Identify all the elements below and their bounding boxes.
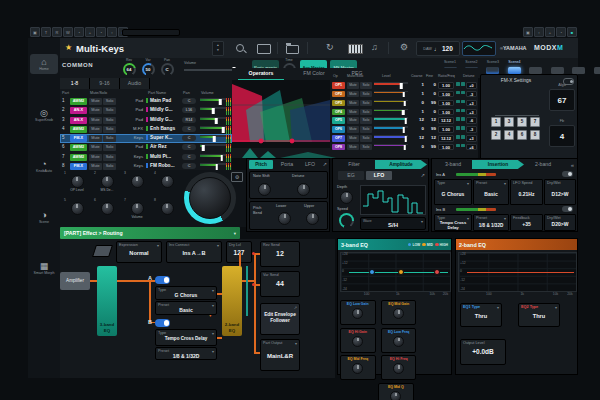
scene-button-cell[interactable] <box>528 58 544 74</box>
operator-coarse[interactable]: 1 <box>411 82 424 87</box>
amplitude-jump-icon[interactable]: ↗ <box>421 172 425 178</box>
music-notes-icon[interactable]: ♫ <box>371 43 378 52</box>
operator-level-slider[interactable] <box>374 109 408 111</box>
operator-row[interactable]: OP8 Mute Solo 0 99 1.00 +6 <box>232 143 478 152</box>
operator-ratio[interactable]: 12.12 <box>438 117 454 124</box>
operator-row[interactable]: OP2 Mute Solo 1 0 1.00 -3 <box>232 90 478 99</box>
host-toolbar-icon[interactable]: ■ <box>567 27 577 37</box>
edit-envelope-follower-button[interactable]: ↗ Edit Envelope Follower <box>260 303 300 335</box>
operator-fine[interactable]: 99 <box>425 100 436 105</box>
scene-button-cell[interactable] <box>571 58 587 74</box>
host-toolbar-icon[interactable]: ▣ <box>30 27 40 37</box>
operator-ratio[interactable]: 1.00 <box>438 100 454 107</box>
part-name[interactable]: Super K... <box>146 135 184 140</box>
operator-coarse[interactable]: 1 <box>411 91 424 96</box>
operator-detune[interactable]: +3 <box>466 100 477 107</box>
part-solo-button[interactable]: Solo <box>103 117 116 124</box>
operator-mute-button[interactable]: Mute <box>347 100 359 107</box>
operator-detune[interactable]: +6 <box>466 144 477 151</box>
part-mute-button[interactable]: Mute <box>89 163 102 170</box>
feedback-value[interactable]: 4 <box>549 125 575 147</box>
ins-a-toggle[interactable] <box>155 276 170 284</box>
operator-solo-button[interactable]: Solo <box>360 126 372 133</box>
routing-eq3-block[interactable]: 3-band EQ <box>97 266 117 336</box>
operator-coarse[interactable]: 12 <box>411 117 424 122</box>
eq2-graph[interactable]: +24+120-12-24 <box>458 252 577 292</box>
assignable-knob[interactable] <box>71 175 84 188</box>
host-toolbar-icon[interactable]: R <box>52 27 62 37</box>
operator-level-slider[interactable] <box>374 117 408 119</box>
operator-row[interactable]: OP4 Mute Solo 1 0 1.00 +3 <box>232 108 478 117</box>
part-volume-slider[interactable] <box>200 135 226 137</box>
part-name[interactable]: Mildly G... <box>146 117 184 122</box>
favorite-star-icon[interactable]: ★ <box>65 43 72 52</box>
part-name[interactable]: Air Rez <box>146 144 184 149</box>
ins-b-toggle[interactable] <box>155 319 170 327</box>
var-send-box[interactable]: Var Send 44 <box>260 271 300 297</box>
part-solo-button[interactable]: Solo <box>103 98 116 105</box>
tab-operators[interactable]: Operators <box>238 68 284 80</box>
operator-row[interactable]: OP3 Mute Solo 0 99 1.00 +3 <box>232 99 478 108</box>
operator-mode-icon[interactable] <box>456 117 460 121</box>
rev-send-box[interactable]: Rev Send 12 <box>260 241 300 267</box>
assignable-knob-cell[interactable]: 6 <box>92 198 122 225</box>
pitch-detune-knob[interactable] <box>297 183 310 196</box>
host-toolbar-icon[interactable]: T <box>41 27 51 37</box>
ins-b-feedback[interactable]: Feedback +35 <box>510 214 543 231</box>
eq3-high-handle[interactable] <box>434 269 440 275</box>
eq-band-knob[interactable] <box>393 336 404 347</box>
routing-b-preset[interactable]: Preset▾ 1/8 & 1/32D <box>155 347 217 360</box>
operator-coarse[interactable]: 0 <box>411 126 424 131</box>
scene-button-cell[interactable] <box>592 58 600 74</box>
operator-mode-icon[interactable] <box>461 135 465 139</box>
title-spinner[interactable]: ▴ ▾ <box>212 41 224 56</box>
common-knob-dial[interactable]: 64 <box>123 63 136 76</box>
operator-level-slider[interactable] <box>374 100 408 102</box>
folder-icon[interactable] <box>286 45 299 54</box>
operator-fine[interactable]: 0 <box>425 82 436 87</box>
bend-upper-knob[interactable] <box>306 212 319 225</box>
routing-header[interactable]: [PART] Effect > Routing ▾ <box>60 227 240 239</box>
part-mute-button[interactable]: Mute <box>89 144 102 151</box>
assignable-knob[interactable] <box>161 175 174 188</box>
operator-mode-icon[interactable] <box>461 144 465 148</box>
part-name[interactable]: FM Robo... <box>146 163 184 168</box>
operator-mode-icon[interactable] <box>456 100 460 104</box>
operator-ratio[interactable]: 1.00 <box>438 126 454 133</box>
part-pan[interactable]: R14 <box>182 117 196 123</box>
part-row[interactable]: 4 AWM2 Mute Solo M.FX Enh Bangs C <box>60 125 232 134</box>
tempo-display[interactable]: DAW ♩ 120 <box>416 41 460 56</box>
operator-solo-button[interactable]: Solo <box>360 91 372 98</box>
operator-mode-icon[interactable] <box>461 100 465 104</box>
host-toolbar-icon[interactable]: ◔ <box>74 27 84 37</box>
part-volume-slider[interactable] <box>200 126 226 128</box>
algo-value[interactable]: 67 <box>549 89 575 111</box>
operator-solo-button[interactable]: Solo <box>360 82 372 89</box>
scene-button[interactable] <box>594 67 600 74</box>
host-toolbar-icon[interactable]: ▫ <box>534 27 544 37</box>
operator-level-slider[interactable] <box>374 91 408 93</box>
operator-mute-button[interactable]: Mute <box>347 91 359 98</box>
pitch-jump-icon[interactable]: ↗ <box>323 161 327 167</box>
assignable-knob[interactable] <box>71 202 84 215</box>
operator-detune[interactable]: +0 <box>466 82 477 89</box>
part-pan[interactable]: C <box>182 163 196 169</box>
operator-mode-icon[interactable] <box>456 126 460 130</box>
common-knob[interactable]: Pan C <box>160 58 174 76</box>
ins-connect-select[interactable]: Ins Connect▾ Ins A→B <box>166 241 222 263</box>
eq-band-knob[interactable] <box>393 363 404 374</box>
operator-detune[interactable]: +3 <box>466 109 477 116</box>
eq3-mid-handle[interactable] <box>398 269 404 275</box>
host-toolbar-icon[interactable]: ▫ <box>107 27 117 37</box>
operator-mode-icon[interactable] <box>456 109 460 113</box>
operator-ratio[interactable]: 12.12 <box>438 135 454 142</box>
ins-b-switch[interactable] <box>562 206 573 212</box>
eq-band-knob-cell[interactable]: EQ Hi Freq <box>381 355 417 380</box>
operator-level-slider[interactable] <box>374 135 408 137</box>
ins-a-type[interactable]: Type▾ G Chorus <box>434 179 472 205</box>
common-knob[interactable]: Var 50 <box>141 58 155 76</box>
assignable-knob[interactable] <box>101 175 114 188</box>
operator-detune[interactable]: -3 <box>466 126 477 133</box>
operator-mode-icon[interactable] <box>456 135 460 139</box>
subtab-lfo[interactable]: LFO <box>366 171 392 180</box>
